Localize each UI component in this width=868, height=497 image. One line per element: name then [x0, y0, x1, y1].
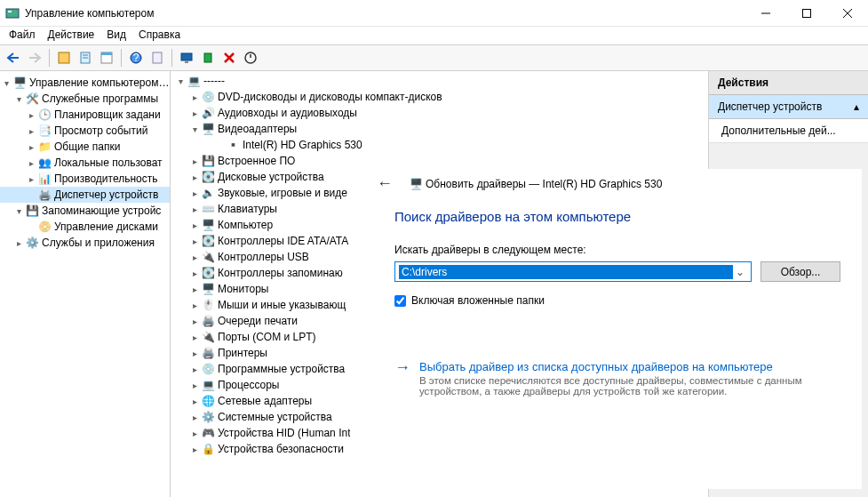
category-icon: 💿	[201, 362, 215, 376]
chevron-down-icon[interactable]: ⌄	[733, 266, 747, 278]
device-root[interactable]: ▾💻------	[174, 73, 708, 89]
path-combobox[interactable]: C:\drivers ⌄	[394, 261, 752, 282]
expand-icon[interactable]: ▸	[188, 381, 201, 390]
menubar: Файл Действие Вид Справка	[0, 27, 868, 44]
category-icon: 💻	[201, 378, 215, 392]
show-hide-icon[interactable]	[54, 48, 74, 68]
tree-perf[interactable]: ▸📊Производительность	[0, 171, 170, 187]
device-label: Мыши и иные указывающ	[218, 299, 346, 311]
device-label: Дисковые устройства	[218, 171, 324, 183]
monitor-icon[interactable]	[177, 48, 196, 68]
tree-scheduler[interactable]: ▸🕒Планировщик задани	[0, 107, 170, 123]
tree-diskmgmt[interactable]: 📀Управление дисками	[0, 219, 170, 235]
refresh-icon[interactable]	[147, 48, 167, 68]
properties-icon[interactable]	[76, 48, 95, 68]
expand-icon[interactable]: ▸	[188, 269, 201, 278]
menu-help[interactable]: Справка	[139, 28, 180, 43]
console-tree[interactable]: ▾🖥️Управление компьютером (л ▾🛠️Служебны…	[0, 71, 171, 497]
disable-icon[interactable]	[219, 48, 239, 68]
expand-icon[interactable]: ▸	[188, 429, 201, 438]
tree-root[interactable]: ▾🖥️Управление компьютером (л	[0, 75, 170, 91]
expand-icon[interactable]: ▸	[188, 188, 201, 198]
device-label: Принтеры	[218, 347, 267, 359]
expand-icon[interactable]: ▸	[188, 333, 201, 342]
pick-from-list-option[interactable]: → Выбрать драйвер из списка доступных др…	[394, 360, 840, 397]
include-subfolders-input[interactable]	[394, 295, 406, 307]
expand-icon[interactable]: ▸	[188, 349, 201, 358]
include-subfolders-checkbox[interactable]: Включая вложенные папки	[394, 294, 840, 307]
titlebar: Управление компьютером	[0, 0, 868, 27]
device-label: Встроенное ПО	[218, 155, 295, 167]
minimize-button[interactable]	[745, 0, 786, 27]
expand-icon[interactable]: ▸	[188, 156, 201, 166]
device-node[interactable]: ▸💿DVD-дисководы и дисководы компакт-диск…	[174, 89, 708, 105]
expand-icon[interactable]: ▸	[188, 204, 201, 214]
tree-device-manager[interactable]: 🖨️Диспетчер устройств	[0, 187, 170, 203]
help-icon[interactable]: ?	[126, 48, 146, 68]
expand-icon[interactable]: ▸	[188, 413, 201, 422]
expand-icon[interactable]: ▸	[188, 301, 201, 310]
device-label: Мониторы	[218, 283, 268, 295]
folder-icon: 📁	[37, 140, 52, 154]
tree-eventviewer[interactable]: ▸📑Просмотр событий	[0, 123, 170, 139]
browse-button[interactable]: Обзор...	[760, 261, 840, 282]
computer-icon: 🖥️	[12, 76, 27, 90]
tree-users[interactable]: ▸👥Локальные пользоват	[0, 155, 170, 171]
expand-icon[interactable]: ▸	[188, 172, 201, 182]
svg-rect-14	[153, 52, 162, 63]
device-label: Порты (COM и LPT)	[218, 331, 316, 343]
device-label: Сетевые адаптеры	[218, 395, 312, 407]
expand-icon[interactable]: ▸	[188, 220, 201, 230]
category-icon: ▪️	[226, 138, 240, 152]
actions-more[interactable]: Дополнительные дей...	[709, 119, 868, 143]
device-label: Аудиовходы и аудиовыходы	[218, 107, 357, 119]
svg-rect-16	[185, 61, 188, 63]
pick-from-list-link[interactable]: Выбрать драйвер из списка доступных драй…	[419, 360, 837, 373]
svg-rect-6	[59, 52, 69, 63]
tree-services[interactable]: ▸⚙️Службы и приложения	[0, 235, 170, 251]
tree-system-tools[interactable]: ▾🛠️Служебные программы	[0, 91, 170, 107]
category-icon: ⚙️	[201, 410, 215, 424]
expand-icon[interactable]: ▸	[188, 236, 201, 246]
maximize-button[interactable]	[786, 0, 827, 27]
event-icon: 📑	[37, 124, 52, 138]
actions-primary-item[interactable]: Диспетчер устройств▴	[709, 95, 868, 119]
tree-shared[interactable]: ▸📁Общие папки	[0, 139, 170, 155]
collapse-icon[interactable]: ▾	[188, 124, 201, 134]
menu-view[interactable]: Вид	[107, 28, 126, 43]
category-icon: 🎮	[201, 426, 215, 440]
expand-icon[interactable]: ▸	[188, 397, 201, 406]
expand-icon[interactable]: ▸	[188, 108, 201, 118]
tree-storage[interactable]: ▾💾Запоминающие устройс	[0, 203, 170, 219]
expand-icon[interactable]: ▸	[188, 317, 201, 326]
wizard-title: Обновить драйверы — Intel(R) HD Graphics…	[426, 178, 662, 190]
expand-icon[interactable]: ▸	[188, 445, 201, 454]
update-driver-icon[interactable]	[198, 48, 218, 68]
expand-icon[interactable]: ▸	[188, 92, 201, 102]
close-button[interactable]	[827, 0, 868, 27]
menu-action[interactable]: Действие	[48, 28, 95, 43]
device-icon: 🖥️	[409, 177, 423, 191]
device-node[interactable]: ▸🔊Аудиовходы и аудиовыходы	[174, 105, 708, 121]
category-icon: 💽	[201, 234, 215, 248]
device-node[interactable]: ▪️Intel(R) HD Graphics 530	[174, 137, 708, 153]
uninstall-icon[interactable]	[241, 48, 260, 68]
export-icon[interactable]	[97, 48, 116, 68]
nav-back-icon[interactable]	[4, 48, 23, 68]
service-icon: ⚙️	[25, 236, 39, 250]
device-label: Звуковые, игровые и виде	[218, 187, 347, 199]
toolbar: ?	[0, 44, 868, 71]
category-icon: 🖥️	[201, 218, 215, 232]
category-icon: 💿	[201, 90, 215, 104]
expand-icon[interactable]: ▸	[188, 253, 201, 262]
nav-forward-icon[interactable]	[25, 48, 44, 68]
expand-icon[interactable]: ▸	[188, 285, 201, 294]
app-icon	[5, 6, 20, 20]
device-node[interactable]: ▾🖥️Видеоадаптеры	[174, 121, 708, 137]
device-node[interactable]: ▸💾Встроенное ПО	[174, 153, 708, 169]
category-icon: 🔌	[201, 330, 215, 344]
expand-icon[interactable]: ▸	[188, 365, 201, 374]
wizard-back-button[interactable]: ←	[377, 174, 393, 193]
category-icon: 💽	[201, 266, 215, 280]
menu-file[interactable]: Файл	[9, 28, 36, 43]
